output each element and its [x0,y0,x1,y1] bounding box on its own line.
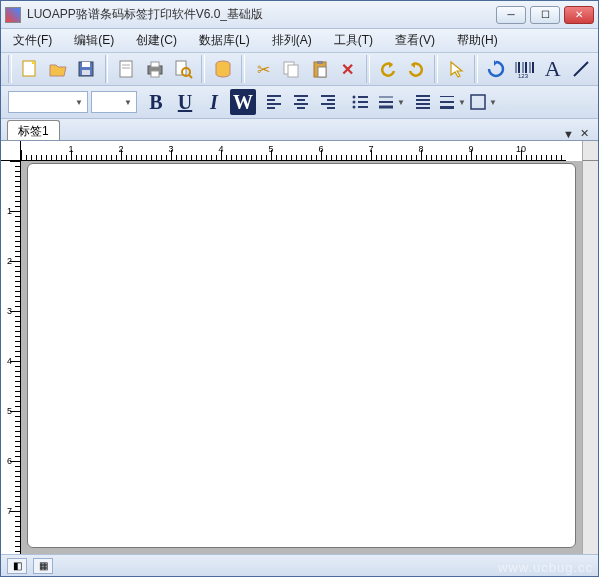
pointer-icon [446,59,466,79]
work-area: 1234567891011 12345678 [1,141,598,554]
align-left-button[interactable] [262,90,286,114]
svg-line-12 [189,75,192,78]
tab-label1[interactable]: 标签1 [7,120,60,140]
separator [366,55,370,83]
menu-file[interactable]: 文件(F) [9,30,56,51]
refresh-button[interactable] [483,55,509,83]
align-right-button[interactable] [316,90,340,114]
toolbar-format: ▼ ▼ B U I W ▼ ▼ ▼ [1,86,598,119]
text-tool-button[interactable]: A [540,55,566,83]
save-icon [76,59,96,79]
font-family-dropdown[interactable]: ▼ [8,91,88,113]
printer-icon [145,59,165,79]
chevron-down-icon: ▼ [397,98,405,107]
ruler-corner [1,141,21,161]
undo-button[interactable] [375,55,401,83]
open-button[interactable] [45,55,71,83]
tab-dropdown-button[interactable]: ▼ [560,128,577,140]
svg-rect-32 [358,106,368,108]
bullets-button[interactable] [346,88,374,116]
svg-rect-17 [317,61,323,64]
barcode-button[interactable]: 123 [511,55,537,83]
cut-button[interactable]: ✂ [250,55,276,83]
label-canvas[interactable] [27,163,576,548]
text-icon: A [543,59,563,79]
line-weight-icon [438,92,456,112]
undo-icon [378,59,398,79]
pointer-button[interactable] [443,55,469,83]
menu-tools[interactable]: 工具(T) [330,30,377,51]
svg-point-31 [353,106,356,109]
border-options-button[interactable]: ▼ [469,88,497,116]
chevron-down-icon: ▼ [75,98,83,107]
menu-database[interactable]: 数据库(L) [195,30,254,51]
svg-rect-18 [318,67,326,77]
scissors-icon: ✂ [253,59,273,79]
app-window: LUOAPP骆谱条码标签打印软件V6.0_基础版 ─ ☐ ✕ 文件(F) 编辑(… [0,0,599,577]
menu-view[interactable]: 查看(V) [391,30,439,51]
tab-close-button[interactable]: ✕ [577,127,592,140]
vertical-scrollbar[interactable] [582,161,598,554]
print-button[interactable] [142,55,168,83]
new-button[interactable] [17,55,43,83]
svg-rect-4 [120,61,132,77]
chevron-down-icon: ▼ [489,98,497,107]
chevron-down-icon: ▼ [124,98,132,107]
svg-rect-30 [358,101,368,103]
line-weight-button[interactable]: ▼ [438,88,466,116]
italic-button[interactable]: I [201,89,227,115]
redo-icon [406,59,426,79]
separator [105,55,109,83]
align-center-button[interactable] [289,90,313,114]
window-title: LUOAPP骆谱条码标签打印软件V6.0_基础版 [27,6,496,23]
window-controls: ─ ☐ ✕ [496,6,594,24]
canvas-area[interactable] [21,161,582,554]
line-style-icon [377,92,395,112]
menu-help[interactable]: 帮助(H) [453,30,502,51]
preview-button[interactable] [170,55,196,83]
svg-point-27 [353,96,356,99]
invert-button[interactable]: W [230,89,256,115]
svg-rect-9 [151,71,159,77]
ruler-vertical[interactable]: 12345678 [1,161,21,554]
close-button[interactable]: ✕ [564,6,594,24]
justify-button[interactable] [411,90,435,114]
line-style-button[interactable]: ▼ [377,88,405,116]
paste-button[interactable] [306,55,332,83]
menu-arrange[interactable]: 排列(A) [268,30,316,51]
redo-button[interactable] [403,55,429,83]
menu-edit[interactable]: 编辑(E) [70,30,118,51]
ruler-horizontal[interactable]: 1234567891011 [21,141,566,161]
separator [201,55,205,83]
svg-rect-37 [440,101,454,103]
line-tool-button[interactable] [568,55,594,83]
underline-button[interactable]: U [172,89,198,115]
line-icon [571,59,591,79]
font-size-dropdown[interactable]: ▼ [91,91,137,113]
status-btn-1[interactable]: ◧ [7,558,27,574]
page-icon [116,59,136,79]
svg-rect-2 [82,62,90,67]
svg-rect-28 [358,96,368,98]
bullets-icon [350,92,370,112]
svg-line-26 [574,62,588,76]
toolbar-main: ✂ ✕ 123 A [1,53,598,86]
grip [8,55,12,83]
status-btn-2[interactable]: ▦ [33,558,53,574]
svg-rect-8 [151,62,159,67]
bold-button[interactable]: B [143,89,169,115]
database-button[interactable] [210,55,236,83]
maximize-button[interactable]: ☐ [530,6,560,24]
svg-rect-3 [82,70,90,75]
preview-icon [173,59,193,79]
open-folder-icon [48,59,68,79]
minimize-button[interactable]: ─ [496,6,526,24]
page-setup-button[interactable] [113,55,139,83]
svg-point-29 [353,101,356,104]
save-button[interactable] [73,55,99,83]
copy-button[interactable] [278,55,304,83]
svg-rect-38 [440,106,454,109]
menu-create[interactable]: 创建(C) [132,30,181,51]
delete-button[interactable]: ✕ [335,55,361,83]
titlebar: LUOAPP骆谱条码标签打印软件V6.0_基础版 ─ ☐ ✕ [1,1,598,29]
